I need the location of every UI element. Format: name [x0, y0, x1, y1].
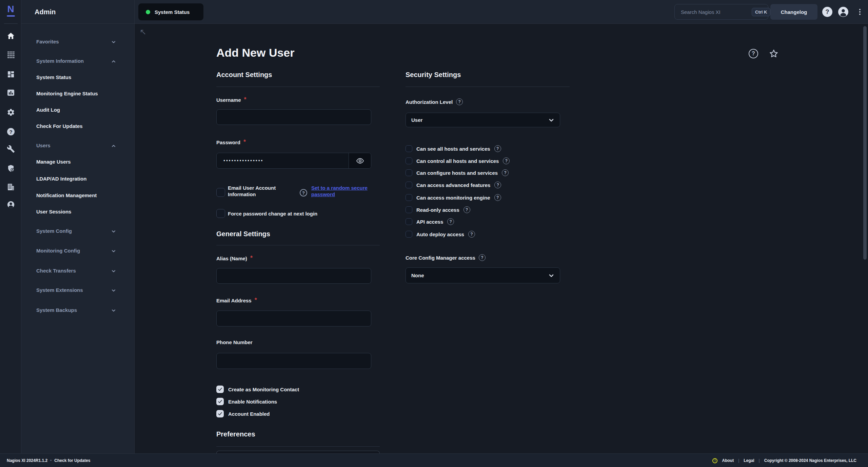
sidebar-item-check-transfers[interactable]: Check Transfers	[21, 267, 135, 275]
account-user-icon[interactable]	[6, 200, 15, 209]
collapse-arrow-icon[interactable]: ↖	[140, 27, 146, 37]
search-input[interactable]	[675, 9, 752, 15]
read-only-checkbox[interactable]	[406, 206, 412, 213]
password-input[interactable]: •••••••••••••••	[216, 153, 371, 169]
help-icon[interactable]: ?	[447, 218, 454, 225]
advanced-features-checkbox[interactable]	[406, 182, 412, 188]
random-password-link[interactable]: Set to a random secure password	[311, 185, 379, 198]
username-input[interactable]	[216, 109, 371, 125]
help-icon[interactable]: ?	[468, 231, 475, 238]
help-icon[interactable]: ?	[300, 189, 307, 197]
help-icon[interactable]: ?	[479, 254, 486, 261]
section-divider	[216, 87, 380, 87]
help-icon[interactable]: ?	[494, 194, 501, 201]
monitoring-contact-checkbox[interactable]	[216, 386, 224, 393]
can-see-all-checkbox[interactable]	[406, 145, 412, 152]
legal-link[interactable]: Legal	[744, 458, 754, 463]
sidebar-item-user-sessions[interactable]: User Sessions	[21, 208, 135, 216]
sidebar-item-system-status[interactable]: System Status	[21, 74, 135, 82]
sidebar-header: Admin	[21, 0, 135, 24]
force-password-checkbox[interactable]	[216, 209, 225, 218]
settings-gear-icon[interactable]	[6, 108, 15, 117]
help-icon[interactable]: ?	[456, 98, 463, 105]
email-address-input[interactable]	[216, 311, 371, 326]
api-access-checkbox[interactable]	[406, 218, 412, 225]
chevron-down-icon	[111, 39, 116, 45]
force-password-row: Force password change at next login	[216, 209, 317, 218]
icon-rail: N ?	[0, 0, 21, 453]
auto-deploy-checkbox[interactable]	[406, 231, 412, 238]
help-icon[interactable]: ?	[822, 7, 832, 17]
sidebar-item-check-for-updates[interactable]: Check For Updates	[21, 123, 135, 131]
sidebar-item-system-backups[interactable]: System Backups	[21, 306, 135, 315]
sidebar-item-manage-users[interactable]: Manage Users	[21, 158, 135, 166]
app-title: Admin	[35, 0, 56, 24]
required-asterisk: *	[255, 298, 257, 302]
ccm-access-row: Core Config Manager access ?	[406, 254, 486, 261]
enable-notifications-checkbox[interactable]	[216, 398, 224, 405]
reports-chart-icon[interactable]	[6, 88, 15, 97]
authorization-level-select[interactable]: User	[406, 113, 560, 127]
chevron-down-icon	[111, 268, 116, 274]
sidebar-item-monitoring-config[interactable]: Monitoring Config	[21, 247, 135, 255]
chevron-down-icon	[111, 308, 116, 313]
show-password-eye-icon[interactable]	[349, 153, 371, 168]
changelog-button[interactable]: Changelog	[770, 4, 817, 20]
admin-shield-icon[interactable]	[6, 164, 15, 173]
sidebar-item-ldap-ad-integration[interactable]: LDAP/AD Integration	[21, 175, 135, 183]
search-shortcut-hint: Ctrl K	[752, 8, 770, 16]
permission-row: Can see all hosts and services ?	[406, 144, 501, 153]
dashboards-icon[interactable]	[6, 70, 15, 79]
alias-input[interactable]	[216, 268, 371, 284]
password-label: Password*	[216, 139, 246, 145]
sidebar-item-system-extensions[interactable]: System Extensions	[21, 286, 135, 295]
permission-row: Can access advanced features ?	[406, 180, 501, 190]
general-settings-heading: General Settings	[216, 230, 270, 238]
kebab-menu-icon[interactable]	[858, 7, 862, 17]
monitoring-engine-checkbox[interactable]	[406, 194, 412, 201]
help-glyph: ?	[7, 128, 15, 135]
enterprise-building-icon[interactable]	[6, 183, 15, 191]
tools-wrench-icon[interactable]	[6, 145, 15, 153]
sidebar-item-system-information[interactable]: System Information	[21, 57, 135, 66]
about-link[interactable]: About	[722, 458, 734, 463]
page-help-icon[interactable]: ?	[748, 48, 759, 59]
authorization-level-label: Authorization Level	[406, 99, 453, 105]
home-icon[interactable]	[6, 32, 15, 40]
copyright-text: Copyright © 2008-2024 Nagios Enterprises…	[764, 458, 856, 463]
help-icon[interactable]: ?	[503, 157, 510, 164]
nagios-logo[interactable]: N	[0, 3, 21, 20]
help-icon[interactable]: ?	[463, 206, 470, 213]
chevron-down-icon	[111, 229, 116, 234]
sidebar-item-system-config[interactable]: System Config	[21, 227, 135, 236]
account-enabled-row: Account Enabled	[216, 410, 270, 417]
help-icon[interactable]: ?	[502, 169, 509, 176]
can-configure-checkbox[interactable]	[406, 169, 412, 176]
sidebar-item-favorites[interactable]: Favorites	[21, 38, 135, 46]
tab-system-status[interactable]: System Status	[138, 3, 203, 20]
alias-label: Alias (Name)*	[216, 256, 253, 261]
help-icon[interactable]: ?	[6, 127, 15, 136]
phone-number-input[interactable]	[216, 353, 371, 369]
status-green-dot	[146, 10, 150, 14]
check-for-updates-link[interactable]: Check for Updates	[54, 458, 90, 463]
help-icon[interactable]: ?	[494, 182, 501, 188]
favorite-star-icon[interactable]	[768, 48, 779, 59]
can-control-all-checkbox[interactable]	[406, 157, 412, 164]
apps-grid-icon[interactable]	[6, 50, 15, 59]
ccm-access-label: Core Config Manager access	[406, 255, 475, 261]
chevron-up-icon	[111, 143, 116, 149]
section-divider	[216, 245, 380, 245]
account-enabled-checkbox[interactable]	[216, 410, 224, 417]
sidebar-item-audit-log[interactable]: Audit Log	[21, 106, 135, 114]
help-icon[interactable]: ?	[494, 145, 501, 152]
password-masked-value: •••••••••••••••	[223, 153, 264, 168]
alert-icon[interactable]: !	[712, 458, 717, 463]
sidebar-item-users[interactable]: Users	[21, 142, 135, 150]
scrollbar-thumb[interactable]	[863, 26, 867, 260]
email-user-info-checkbox[interactable]	[216, 188, 225, 197]
sidebar-item-monitoring-engine-status[interactable]: Monitoring Engine Status	[21, 90, 135, 98]
ccm-access-select[interactable]: None	[406, 267, 560, 283]
user-account-icon[interactable]	[838, 7, 848, 17]
sidebar-item-notification-management[interactable]: Notification Management	[21, 192, 135, 200]
